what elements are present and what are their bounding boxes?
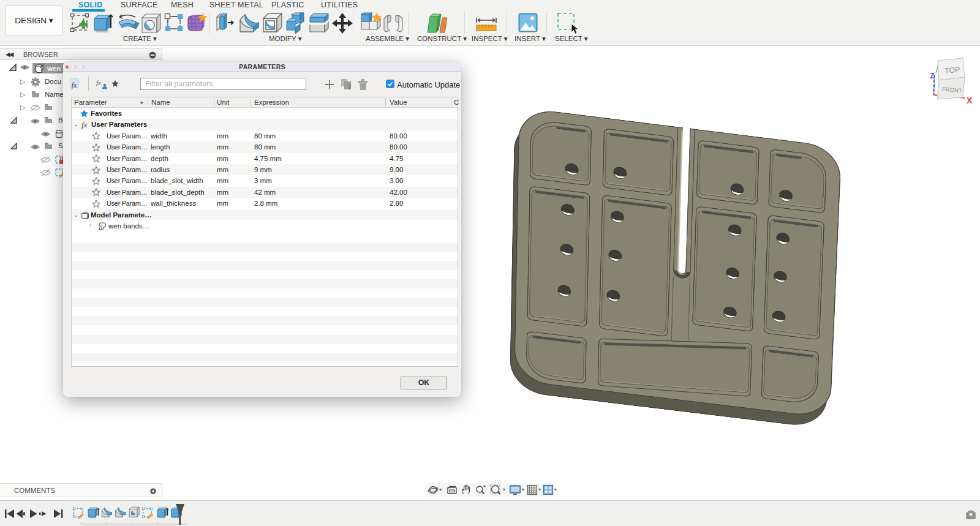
svg-text:X: X (967, 96, 973, 105)
svg-text:Z: Z (930, 72, 934, 80)
svg-text:TOP: TOP (944, 66, 960, 75)
